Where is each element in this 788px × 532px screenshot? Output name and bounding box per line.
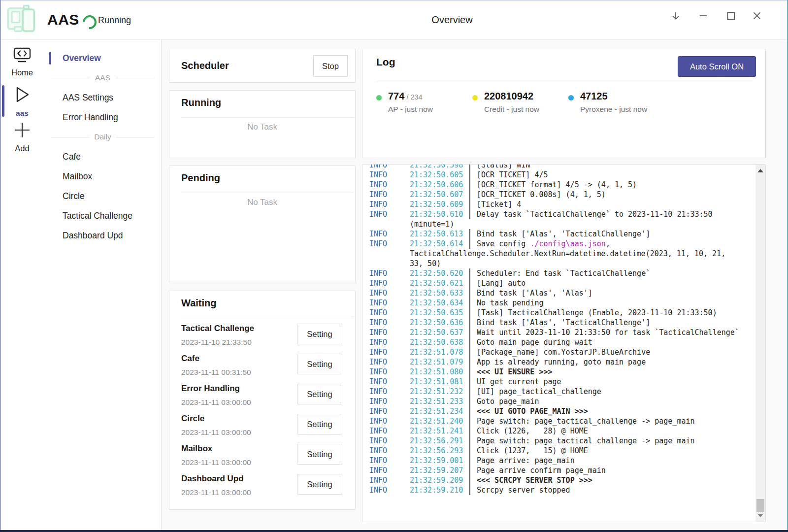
log-level: INFO [362,170,410,180]
rail-item-aas[interactable]: aas [0,85,44,118]
window-border [0,0,788,0]
log-line: INFO21:32:51.240Page switch: page_tactic… [362,416,755,426]
log-panel: Log Auto Scroll ON 774/ 234AP - just now… [362,49,766,158]
close-button[interactable] [747,5,767,26]
waiting-title: Waiting [181,298,216,309]
sidebar-item-circle[interactable]: Circle [44,186,161,206]
setting-button-error-handling[interactable]: Setting [297,384,342,404]
setting-button-circle[interactable]: Setting [297,414,342,434]
log-timestamp: 21:32:50.636 [410,318,464,328]
stat-value: 774 [388,91,404,101]
log-line: INFO21:32:51.081UI get current page [362,377,755,387]
sidebar-item-mailbox[interactable]: Mailbox [44,166,161,186]
stat-text: 47125Pyroxene - just now [580,91,647,114]
log-line: INFO21:32:50.621[Lang] auto [362,278,755,288]
pending-panel: Pending No Task [169,166,356,283]
stat-value-row: 47125 [580,91,647,102]
rail-item-add[interactable]: Add [0,121,44,153]
log-level: INFO [362,298,410,308]
setting-button-dashboard-upd[interactable]: Setting [297,474,342,495]
log-message: <<< SCRCPY SERVER STOP >>> [477,475,592,485]
sidebar-item-label: AAS Settings [63,93,113,103]
log-message: Page arrive: page_main [477,456,575,466]
log-separator [469,466,470,475]
log-message: Bind task ['Alas', 'TacticalChallenge'] [477,318,650,328]
stat-value-row: 220810942 [484,91,539,102]
log-level: INFO [362,436,410,446]
log-timestamp: 21:32:50.606 [410,180,464,190]
log-level: INFO [362,328,410,337]
log-level: INFO [362,347,410,357]
log-line: INFO21:32:59.210Scrcpy server stopped [362,485,755,495]
log-level: INFO [362,475,410,485]
log-separator [469,387,470,397]
log-timestamp: 21:32:51.080 [410,367,464,377]
log-line: INFO21:32:50.610Delay task `TacticalChal… [362,209,755,219]
scroll-down-icon[interactable] [757,514,763,517]
sidebar-item-overview[interactable]: Overview [44,48,161,68]
log-level: INFO [362,416,410,426]
setting-button-tactical-challenge[interactable]: Setting [297,324,342,344]
log-line: INFO21:32:51.241Click (1226, 28) @ HOME [362,426,755,436]
log-separator [469,485,470,495]
log-separator [469,416,470,426]
rail-item-label: Add [15,144,29,153]
sidebar-item-cafe[interactable]: Cafe [44,147,161,166]
waiting-task-row: Circle2023-11-11 03:00:00Setting [181,413,355,443]
log-separator [469,475,470,485]
log-level: INFO [362,446,410,456]
log-separator [469,209,470,219]
stat-total: / 234 [406,93,422,101]
stat-label: AP - just now [388,105,433,114]
divider-line [115,78,154,78]
window-title: Overview [431,0,472,39]
log-message: [OCR_TICKET 0.008s] (4, 1, 5) [477,190,606,200]
log-level [362,259,410,268]
log-message: [Lang] auto [477,278,525,288]
divider-line [116,137,154,137]
sidebar-item-tactical-challenge[interactable]: Tactical Challenge [44,206,161,226]
sidebar-item-error-handling[interactable]: Error Handling [44,107,161,127]
auto-scroll-button[interactable]: Auto Scroll ON [678,56,756,77]
sidebar-divider-daily: Daily [44,127,161,147]
pending-title: Pending [181,172,220,184]
rail-item-home[interactable]: Home [0,47,44,77]
log-timestamp: 21:32:50.620 [410,268,464,278]
log-level: INFO [362,387,410,397]
log-message: <<< UI ENSURE >>> [477,367,553,377]
setting-button-cafe[interactable]: Setting [297,354,342,374]
log-message: Bind task ['Alas', 'TacticalChallenge'] [477,229,650,239]
log-separator [469,357,470,367]
log-separator [469,298,470,308]
running-empty-text: No Task [169,122,355,132]
download-icon[interactable] [665,5,686,26]
log-timestamp: 21:32:51.079 [410,357,464,367]
log-timestamp: 21:32:51.233 [410,397,464,406]
sidebar-item-dashboard-upd[interactable]: Dashboard Upd [44,226,161,245]
sidebar-divider-aas: AAS [44,68,161,88]
log-timestamp: 21:32:50.614 [410,239,464,249]
stat-value: 47125 [580,91,608,101]
log-message: Goto page_main [477,397,539,406]
log-line: INFO21:32:50.613Bind task ['Alas', 'Tact… [362,229,755,239]
log-message: No task pending [477,298,543,308]
log-level: INFO [362,268,410,278]
log-message: [UI] page_tactical_challenge [477,387,601,397]
log-scrollbar[interactable] [755,165,765,522]
log-level: INFO [362,278,410,288]
divider [181,318,354,318]
log-line: INFO21:32:50.634No task pending [362,298,755,308]
stop-button[interactable]: Stop [313,55,348,77]
app-name: AAS [47,0,79,39]
scrollbar-thumb[interactable] [756,499,764,512]
scroll-up-icon[interactable] [757,169,763,172]
log-line: INFO21:32:50.620Scheduler: End task `Tac… [362,268,755,278]
log-message: Bind task ['Alas', 'Alas'] [477,288,592,298]
maximize-button[interactable] [721,5,741,26]
divider-line [51,78,90,78]
sidebar-item-aas-settings[interactable]: AAS Settings [44,88,161,107]
log-line: INFO21:32:51.079App is already running, … [362,357,755,367]
setting-button-mailbox[interactable]: Setting [297,444,342,465]
minimize-button[interactable] [693,5,714,26]
log-message: [OCR_TICKET] 4/5 [477,170,548,180]
